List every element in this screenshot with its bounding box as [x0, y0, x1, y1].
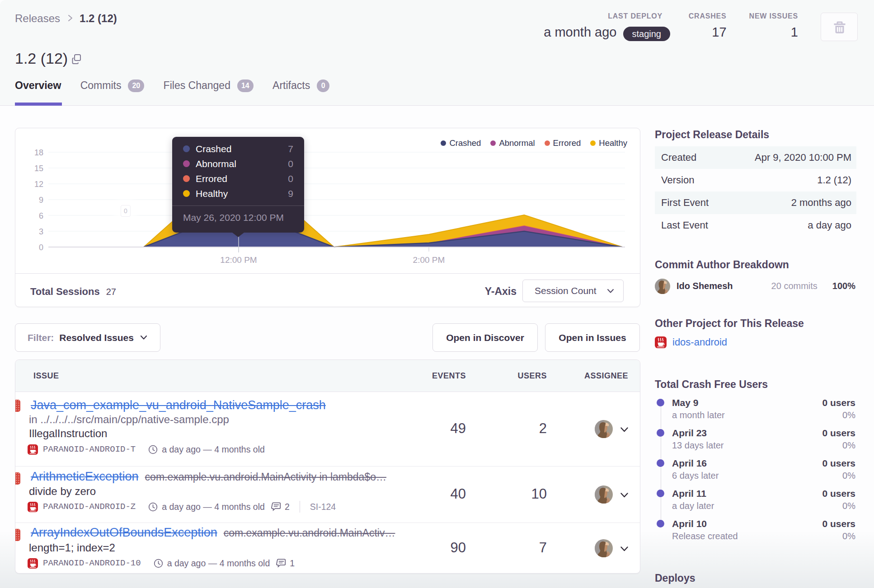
svg-text:3: 3	[39, 227, 43, 236]
svg-text:18: 18	[34, 148, 43, 157]
svg-text:12: 12	[34, 180, 43, 189]
svg-text:6: 6	[39, 211, 43, 220]
svg-text:12:00 PM: 12:00 PM	[220, 255, 257, 265]
svg-text:2:00 PM: 2:00 PM	[413, 255, 445, 265]
svg-text:15: 15	[34, 164, 43, 173]
svg-text:9: 9	[39, 196, 43, 205]
svg-text:0: 0	[39, 243, 43, 252]
